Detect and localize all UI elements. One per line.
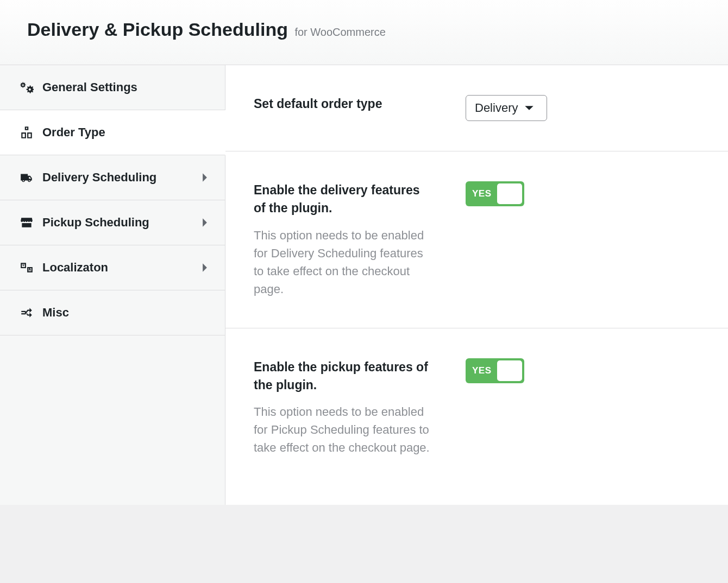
settings-page: Delivery & Pickup Scheduling for WooComm… bbox=[0, 0, 728, 505]
setting-enable-delivery: Enable the delivery features of the plug… bbox=[225, 151, 728, 328]
toggle-handle bbox=[497, 360, 522, 381]
toggle-label: YES bbox=[472, 365, 492, 376]
sidebar-item-delivery-scheduling[interactable]: Delivery Scheduling bbox=[0, 155, 225, 200]
setting-text: Set default order type bbox=[254, 95, 433, 121]
sidebar-item-label: Misc bbox=[42, 306, 210, 320]
settings-sidebar: General Settings Order Type Delivery Sch… bbox=[0, 65, 225, 505]
setting-text: Enable the delivery features of the plug… bbox=[254, 181, 433, 298]
page-header: Delivery & Pickup Scheduling for WooComm… bbox=[0, 0, 728, 65]
boxes-icon bbox=[18, 126, 35, 139]
translate-icon bbox=[18, 261, 35, 274]
sidebar-item-label: General Settings bbox=[42, 80, 210, 94]
setting-description: This option needs to be enabled for Pick… bbox=[254, 403, 433, 457]
page-title: Delivery & Pickup Scheduling bbox=[27, 19, 288, 40]
sidebar-item-misc[interactable]: Misc bbox=[0, 290, 225, 335]
setting-control: YES bbox=[466, 358, 524, 457]
setting-title: Set default order type bbox=[254, 95, 433, 113]
sidebar-item-label: Delivery Scheduling bbox=[42, 170, 200, 185]
setting-enable-pickup: Enable the pickup features of the plugin… bbox=[225, 328, 728, 487]
enable-delivery-toggle[interactable]: YES bbox=[466, 181, 524, 206]
select-value: Delivery bbox=[475, 101, 518, 115]
sidebar-item-pickup-scheduling[interactable]: Pickup Scheduling bbox=[0, 200, 225, 245]
sidebar-item-label: Localizaton bbox=[42, 261, 200, 275]
page-subtitle: for WooCommerce bbox=[294, 26, 385, 38]
sidebar-item-label: Order Type bbox=[42, 125, 210, 140]
truck-icon bbox=[18, 171, 35, 184]
page-body: General Settings Order Type Delivery Sch… bbox=[0, 65, 728, 505]
sidebar-item-general-settings[interactable]: General Settings bbox=[0, 65, 225, 110]
sidebar-item-label: Pickup Scheduling bbox=[42, 216, 200, 230]
setting-text: Enable the pickup features of the plugin… bbox=[254, 358, 433, 457]
setting-default-order-type: Set default order type Delivery bbox=[225, 65, 728, 151]
shuffle-icon bbox=[18, 306, 35, 319]
settings-content: Set default order type Delivery Enable t… bbox=[225, 65, 728, 505]
setting-control: Delivery bbox=[466, 95, 547, 121]
chevron-right-icon bbox=[200, 263, 210, 273]
setting-title: Enable the pickup features of the plugin… bbox=[254, 358, 433, 395]
store-icon bbox=[18, 216, 35, 229]
chevron-right-icon bbox=[200, 218, 210, 227]
chevron-down-icon bbox=[524, 101, 534, 115]
gears-icon bbox=[18, 81, 35, 94]
setting-title: Enable the delivery features of the plug… bbox=[254, 181, 433, 218]
sidebar-item-order-type[interactable]: Order Type bbox=[0, 110, 225, 155]
sidebar-item-localization[interactable]: Localizaton bbox=[0, 245, 225, 290]
toggle-label: YES bbox=[472, 188, 492, 199]
default-order-type-select[interactable]: Delivery bbox=[466, 95, 547, 121]
toggle-handle bbox=[497, 183, 522, 204]
chevron-right-icon bbox=[200, 173, 210, 182]
setting-description: This option needs to be enabled for Deli… bbox=[254, 226, 433, 298]
setting-control: YES bbox=[466, 181, 524, 298]
enable-pickup-toggle[interactable]: YES bbox=[466, 358, 524, 383]
